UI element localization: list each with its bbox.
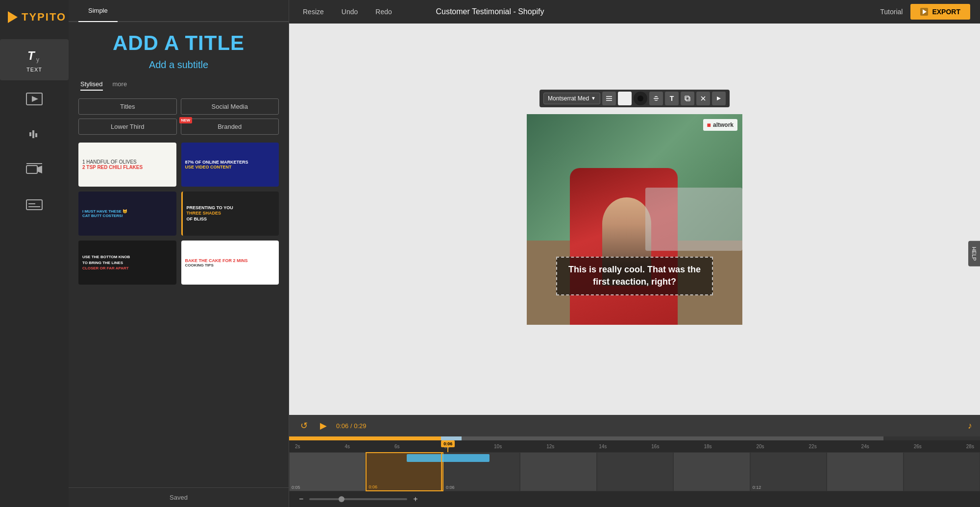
- ruler-marks: 2s 4s 6s 8s 10s 12s 14s 16s 18s 20s 22s …: [291, 444, 978, 449]
- clip-thumb-8[interactable]: [827, 452, 903, 491]
- filter-branded-btn[interactable]: NEW Branded: [181, 119, 279, 135]
- tab-stylised[interactable]: Stylised: [80, 80, 103, 91]
- timeline-clips: 0:05 0:06 0:06 0:12: [289, 452, 980, 491]
- svg-rect-17: [686, 97, 690, 101]
- sidebar-nav: T y TEXT: [0, 39, 69, 221]
- add-title-heading: ADD A TITLE: [78, 32, 279, 54]
- tab-simple[interactable]: Simple: [78, 0, 118, 21]
- resize-button[interactable]: Resize: [299, 6, 328, 18]
- strikethrough-icon[interactable]: [649, 92, 663, 105]
- filter-buttons: Titles Social Media Lower Third NEW Bran…: [78, 98, 279, 135]
- template-bake-line2: COOKING TIPS: [185, 263, 275, 267]
- music-icon[interactable]: ♪: [968, 421, 972, 431]
- media-icon: [25, 90, 43, 108]
- video-container: Montserrat Med ▼ T: [527, 114, 742, 325]
- bg-dark-icon[interactable]: [634, 92, 647, 105]
- reset-button[interactable]: ↺: [297, 419, 311, 433]
- clip-thumb-4[interactable]: [520, 452, 596, 491]
- template-card-bottomknob[interactable]: USE THE BOTTOM KNOB TO BRING THE LINES C…: [78, 241, 176, 285]
- clip-time-3: 0:06: [446, 485, 455, 490]
- document-title: Customer Testimonial - Shopify: [436, 7, 544, 16]
- filter-titles-btn[interactable]: Titles: [78, 98, 177, 115]
- template-grid: 1 HANDFUL OF OLIVES 2 TSP RED CHILI FLAK…: [78, 143, 279, 285]
- ruler-mark-4s: 4s: [345, 444, 350, 449]
- sidebar-item-text[interactable]: T y TEXT: [0, 39, 69, 80]
- panel-content: ADD A TITLE Add a subtitle Stylised more…: [69, 22, 289, 487]
- undo-button[interactable]: Undo: [338, 6, 362, 18]
- main-area: Resize Undo Redo Customer Testimonial - …: [289, 0, 980, 507]
- template-card-catbutt[interactable]: I MUST HAVE THESE 😺CAT BUTT COSTERS!: [78, 192, 176, 236]
- text-overlay-content: This is really cool. That was thefirst r…: [565, 264, 704, 288]
- font-selector[interactable]: Montserrat Med ▼: [543, 93, 600, 104]
- captions-icon: [25, 196, 43, 214]
- ruler-mark-28s: 28s: [966, 444, 974, 449]
- template-olives-line2: 2 TSP RED CHILI FLAKES: [82, 165, 172, 170]
- align-icon[interactable]: [602, 92, 616, 105]
- ruler-mark-26s: 26s: [914, 444, 922, 449]
- timeline-cursor-line: [441, 452, 442, 491]
- template-card-marketers[interactable]: 87% OF ONLINE MARKETERS USE VIDEO CONTEN…: [181, 143, 279, 187]
- text-track[interactable]: [407, 454, 490, 462]
- template-card-bake[interactable]: BAKE THE CAKE FOR 2 MINS COOKING TIPS: [181, 241, 279, 285]
- clip-thumb-9[interactable]: [904, 452, 980, 491]
- tab-more[interactable]: more: [113, 80, 127, 91]
- template-bake-line1: BAKE THE CAKE FOR 2 MINS: [185, 258, 275, 263]
- video-icon: [25, 161, 43, 178]
- timeline-ruler: 2s 4s 6s 8s 10s 12s 14s 16s 18s 20s 22s …: [289, 440, 980, 452]
- zoom-out-button[interactable]: −: [299, 495, 303, 504]
- zoom-slider[interactable]: [309, 498, 407, 500]
- panel: Simple ADD A TITLE Add a subtitle Stylis…: [69, 0, 289, 507]
- export-button[interactable]: EXPORT: [910, 4, 970, 20]
- text-format-icon[interactable]: T: [665, 92, 679, 105]
- clip-thumb-6[interactable]: [673, 452, 750, 491]
- play-icon: [920, 8, 928, 16]
- clip-segment-2: [496, 436, 773, 440]
- timeline-cursor[interactable]: 0:06: [441, 440, 455, 452]
- clip-thumb-7[interactable]: 0:12: [750, 452, 827, 491]
- zoom-slider-thumb: [339, 496, 344, 502]
- play-button[interactable]: ▶: [317, 419, 330, 433]
- filter-lower-third-btn[interactable]: Lower Third: [78, 119, 177, 135]
- template-catbutt-line1: I MUST HAVE THESE 😺CAT BUTT COSTERS!: [82, 209, 172, 218]
- sidebar-item-audio[interactable]: [0, 118, 69, 151]
- clip-thumb-1[interactable]: 0:05: [289, 452, 366, 491]
- ruler-mark-18s: 18s: [704, 444, 711, 449]
- ruler-mark-14s: 14s: [599, 444, 607, 449]
- redo-button[interactable]: Redo: [371, 6, 395, 18]
- clip-segment-1: [441, 436, 462, 440]
- svg-rect-4: [26, 166, 37, 173]
- ruler-mark-2s: 2s: [295, 444, 300, 449]
- toolbar-right: Tutorial EXPORT: [880, 4, 970, 20]
- svg-rect-7: [26, 200, 42, 210]
- ruler-mark-20s: 20s: [756, 444, 764, 449]
- color-white-icon[interactable]: [618, 92, 632, 105]
- template-bottomknob-text: USE THE BOTTOM KNOB TO BRING THE LINES C…: [82, 254, 172, 271]
- cursor-line: [447, 447, 448, 452]
- template-card-presenting[interactable]: PRESENTING TO YOU THREE SHADES OF BLISS: [181, 192, 279, 236]
- ruler-mark-24s: 24s: [861, 444, 869, 449]
- tutorial-link[interactable]: Tutorial: [880, 8, 903, 16]
- text-icon: T y: [25, 47, 43, 65]
- template-presenting-text: PRESENTING TO YOU THREE SHADES OF BLISS: [187, 205, 275, 222]
- canvas-area: Montserrat Med ▼ T: [289, 24, 980, 415]
- text-overlay[interactable]: This is really cool. That was thefirst r…: [556, 257, 713, 295]
- template-marketers-line2: USE VIDEO CONTENT: [185, 165, 275, 169]
- ruler-mark-6s: 6s: [394, 444, 400, 449]
- more-options-icon[interactable]: [712, 92, 726, 105]
- clip-time-2: 0:06: [368, 484, 377, 489]
- copy-icon[interactable]: [681, 92, 694, 105]
- top-toolbar: Resize Undo Redo Customer Testimonial - …: [289, 0, 980, 24]
- logo-area: TYPITO: [0, 5, 69, 29]
- filter-social-btn[interactable]: Social Media: [181, 98, 279, 115]
- help-button[interactable]: HELP: [968, 241, 980, 266]
- template-card-olives[interactable]: 1 HANDFUL OF OLIVES 2 TSP RED CHILI FLAK…: [78, 143, 176, 187]
- scrubber-bar[interactable]: [289, 436, 980, 440]
- sidebar-item-video[interactable]: [0, 153, 69, 186]
- clip-time-7: 0:12: [753, 485, 761, 490]
- sidebar-item-captions[interactable]: [0, 188, 69, 221]
- delete-icon[interactable]: [696, 92, 710, 105]
- zoom-in-button[interactable]: +: [413, 495, 417, 504]
- timeline-area: ↺ ▶ 0:06 / 0:29 ♪ 2s 4s 6s 8s 10s 12: [289, 415, 980, 507]
- sidebar-item-media[interactable]: [0, 82, 69, 116]
- clip-thumb-5[interactable]: [597, 452, 673, 491]
